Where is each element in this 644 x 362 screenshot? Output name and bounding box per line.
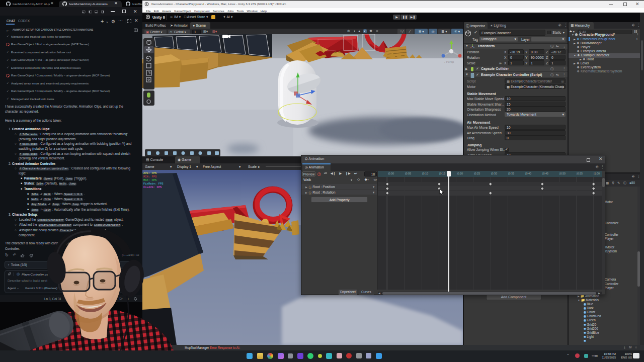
svg-text:‹ Persp: ‹ Persp bbox=[444, 60, 454, 63]
svg-text:FixRate: FPS: FixRate: FPS bbox=[143, 182, 164, 186]
svg-text:MIN: FPS: MIN: FPS bbox=[143, 175, 157, 178]
svg-text:MAX: FPS: MAX: FPS bbox=[143, 178, 157, 182]
svg-text:FixAVG: FPS: FixAVG: FPS bbox=[143, 186, 162, 189]
svg-text:AVG: FPS: AVG: FPS bbox=[143, 171, 157, 175]
